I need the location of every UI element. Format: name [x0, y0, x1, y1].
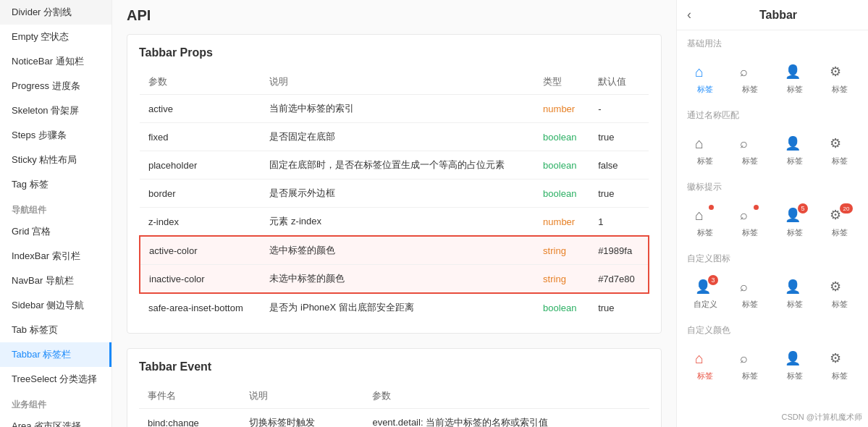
sidebar-item-sidebar[interactable]: Sidebar 侧边导航 [0, 293, 111, 318]
tab-label: 标签 [697, 84, 713, 95]
tabbar-event-table: 事件名 说明 参数 bind:change 切换标签时触发 event.deta… [139, 384, 649, 427]
section-label-custom-icon: 自定义图标 [677, 245, 868, 269]
search-icon: ⌕ [740, 348, 760, 368]
param-type: number [534, 95, 589, 123]
sidebar-item-grid[interactable]: Grid 宫格 [0, 219, 111, 244]
user-icon: 👤 [785, 348, 805, 368]
tab-label: 标签 [832, 299, 848, 310]
tab-item[interactable]: ⌕ 标签 [729, 57, 771, 99]
tab-group-basic: ⌂ 标签 ⌕ 标签 👤 标签 ⚙ 标签 [677, 54, 868, 102]
tab-item[interactable]: 👤 标签 [774, 57, 816, 99]
badge-count: 20 [840, 203, 853, 214]
back-icon[interactable]: ‹ [687, 7, 691, 22]
sidebar-item-noticebar[interactable]: NoticeBar 通知栏 [0, 49, 111, 74]
table-row: fixed 是否固定在底部 boolean true [140, 123, 649, 151]
sidebar-item-sticky[interactable]: Sticky 粘性布局 [0, 148, 111, 172]
tab-item[interactable]: ⌂ 标签 [684, 57, 726, 99]
badge-count: 3 [708, 275, 718, 285]
param-desc: 固定在底部时，是否在标签位置生成一个等高的占位元素 [261, 151, 534, 179]
param-name: active-color [140, 236, 261, 265]
sidebar-item-tabbar[interactable]: Tabbar 标签栏 [0, 342, 111, 367]
tab-item[interactable]: ⌂ 标签 [684, 344, 726, 386]
section-label-custom-color: 自定义颜色 [677, 317, 868, 341]
tab-item[interactable]: ⌕ 标签 [729, 129, 771, 171]
tab-item[interactable]: ⌕ 标签 [729, 344, 771, 386]
param-desc: 选中标签的颜色 [261, 236, 534, 265]
tab-item[interactable]: ⌕ 标签 [729, 200, 771, 242]
param-name: z-index [140, 208, 261, 237]
tab-item[interactable]: 👤 标签 [774, 129, 816, 171]
tab-label: 标签 [697, 371, 713, 381]
custom-user-icon: 👤 3 [695, 276, 715, 297]
param-default: true [589, 179, 649, 208]
table-row-inactive-color: inactive-color 未选中标签的颜色 string #7d7e80 [140, 265, 649, 294]
tab-item[interactable]: ⚙ 标签 [819, 344, 861, 386]
sidebar-item-divider[interactable]: Divider 分割线 [0, 0, 111, 25]
tab-item[interactable]: 👤 标签 [774, 272, 816, 314]
badge-dot [754, 205, 759, 210]
tab-label: 标签 [832, 371, 848, 381]
col-desc: 说明 [261, 69, 534, 95]
param-desc: 是否展示外边框 [261, 179, 534, 208]
sidebar-item-steps[interactable]: Steps 步骤条 [0, 123, 111, 148]
param-default: 1 [589, 208, 649, 237]
sidebar-item-tab[interactable]: Tab 标签页 [0, 318, 111, 342]
sidebar-item-progress[interactable]: Progress 进度条 [0, 74, 111, 98]
right-panel: ‹ Tabbar 基础用法 ⌂ 标签 ⌕ 标签 👤 标签 ⚙ 标签 通过名称匹配… [676, 0, 868, 427]
right-panel-header: ‹ Tabbar [677, 0, 868, 30]
table-row: safe-area-inset-bottom 是否为 iPhoneX 留出底部安… [140, 293, 649, 321]
param-type: boolean [534, 179, 589, 208]
param-desc: 当前选中标签的索引 [261, 95, 534, 123]
sidebar-item-indexbar[interactable]: IndexBar 索引栏 [0, 244, 111, 269]
tab-item[interactable]: ⌕ 标签 [729, 272, 771, 314]
tab-label: 标签 [787, 84, 803, 95]
user-icon: 👤 [785, 133, 805, 153]
tab-item[interactable]: 👤 标签 [774, 344, 816, 386]
tab-label: 标签 [742, 156, 758, 166]
tab-label: 标签 [832, 84, 848, 95]
col-param: 参数 [363, 384, 649, 409]
param-default: true [589, 123, 649, 151]
tab-item[interactable]: 👤 3 自定义 [684, 272, 726, 314]
param-type: boolean [534, 123, 589, 151]
tab-item[interactable]: ⚙ 标签 [819, 129, 861, 171]
tab-item[interactable]: ⌂ 标签 [684, 200, 726, 242]
home-icon: ⌂ [695, 348, 715, 368]
table-row-active-color: active-color 选中标签的颜色 string #1989fa [140, 236, 649, 265]
tabbar-props-table: 参数 说明 类型 默认值 active 当前选中标签的索引 number - f… [139, 69, 649, 321]
search-icon: ⌕ [740, 205, 760, 225]
param-type: string [534, 265, 589, 294]
sidebar-item-area[interactable]: Area 省市区选择 [0, 414, 111, 427]
badge-count: 5 [798, 203, 808, 214]
param-type: number [534, 208, 589, 237]
tab-item[interactable]: ⌂ 标签 [684, 129, 726, 171]
col-type: 类型 [534, 69, 589, 95]
sidebar-item-empty[interactable]: Empty 空状态 [0, 25, 111, 49]
tab-label: 标签 [742, 227, 758, 238]
home-icon: ⌂ [695, 205, 715, 225]
param-name: border [140, 179, 261, 208]
col-event: 事件名 [139, 384, 240, 409]
param-desc: 元素 z-index [261, 208, 534, 237]
tab-item[interactable]: ⚙ 标签 [819, 272, 861, 314]
tabbar-event-section: Tabbar Event 事件名 说明 参数 bind:change 切换标签时… [127, 348, 662, 427]
tab-label: 标签 [832, 156, 848, 166]
sidebar-item-skeleton[interactable]: Skeleton 骨架屏 [0, 98, 111, 123]
col-param: 参数 [140, 69, 261, 95]
sidebar-item-treeselect[interactable]: TreeSelect 分类选择 [0, 367, 111, 392]
sidebar-section-business: 业务组件 [0, 392, 111, 414]
tab-label: 标签 [832, 227, 848, 238]
tab-item[interactable]: ⚙ 20 标签 [819, 200, 861, 242]
sidebar-section-nav: 导航组件 [0, 197, 111, 219]
tab-label: 标签 [787, 371, 803, 381]
user-icon: 👤 5 [785, 205, 805, 225]
tab-item[interactable]: 👤 5 标签 [774, 200, 816, 242]
home-icon: ⌂ [695, 62, 715, 82]
user-icon: 👤 [785, 62, 805, 82]
tabbar-props-title: Tabbar Props [139, 46, 649, 59]
tab-item[interactable]: ⚙ 标签 [819, 57, 861, 99]
event-name: bind:change [139, 409, 240, 428]
sidebar-item-navbar[interactable]: NavBar 导航栏 [0, 269, 111, 293]
section-label-badge: 徽标提示 [677, 174, 868, 198]
sidebar-item-tag[interactable]: Tag 标签 [0, 172, 111, 197]
